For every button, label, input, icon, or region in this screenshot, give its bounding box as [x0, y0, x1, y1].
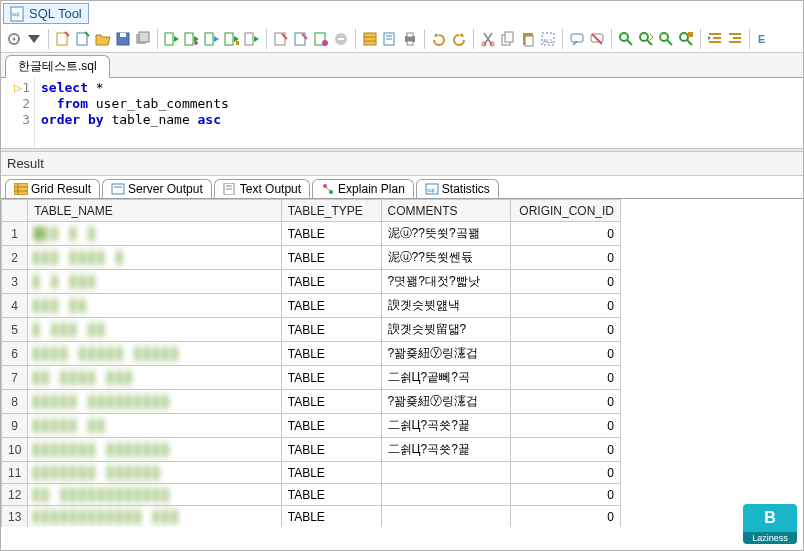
- select-all-icon[interactable]: ALL: [539, 30, 557, 48]
- table-row[interactable]: 5▌ ▌▌▌ ▌▌TABLE諛곗슷뷧留댋?0: [2, 318, 621, 342]
- edit-sql-icon[interactable]: [292, 30, 310, 48]
- cell-table-name[interactable]: ▌▌▌ ▌▌▌▌ ▌: [28, 246, 281, 270]
- indent-icon[interactable]: [706, 30, 724, 48]
- cell-table-type[interactable]: TABLE: [281, 484, 381, 506]
- sql-editor[interactable]: 1 2 3 select * from user_tab_comments or…: [1, 78, 803, 148]
- cell-table-type[interactable]: TABLE: [281, 414, 381, 438]
- file-tab[interactable]: 한글테스트.sql: [5, 55, 110, 78]
- column-header[interactable]: TABLE_NAME: [28, 200, 281, 222]
- cell-comments[interactable]: 諛곗슷뷧留댋?: [381, 318, 510, 342]
- cell-comments[interactable]: 諛곗슷뷧얦낵: [381, 294, 510, 318]
- cell-origin[interactable]: 0: [511, 222, 621, 246]
- cell-origin[interactable]: 0: [511, 246, 621, 270]
- table-row[interactable]: 6▌▌▌▌ ▌▌▌▌▌ ▌▌▌▌▌TABLE?꽒죶紐ⓨ링瀗겁0: [2, 342, 621, 366]
- tab-text-output[interactable]: Text Output: [214, 179, 310, 198]
- cell-comments[interactable]: 泥ⓤ??뜻쐿쎈듃: [381, 246, 510, 270]
- cell-comments[interactable]: 泥ⓤ??뜻쐿?곸꽮: [381, 222, 510, 246]
- comment-icon[interactable]: [568, 30, 586, 48]
- column-header[interactable]: TABLE_TYPE: [281, 200, 381, 222]
- tab-server-output[interactable]: Server Output: [102, 179, 212, 198]
- run-to-cursor-icon[interactable]: [203, 30, 221, 48]
- uncomment-icon[interactable]: [588, 30, 606, 48]
- table-row[interactable]: 13▌▌▌▌▌▌▌▌▌▌▌▌ ▌▌▌TABLE0: [2, 506, 621, 528]
- cell-comments[interactable]: 二쇩Ц?곹뻬?곡: [381, 366, 510, 390]
- cell-table-name[interactable]: ▌▌ ▌▌▌▌▌▌▌▌▌▌▌▌: [28, 484, 281, 506]
- print-icon[interactable]: [401, 30, 419, 48]
- query-builder-icon[interactable]: [312, 30, 330, 48]
- cell-table-name[interactable]: ▌▌▌▌▌▌▌▌▌▌▌▌ ▌▌▌: [28, 506, 281, 528]
- cell-origin[interactable]: 0: [511, 390, 621, 414]
- cell-table-type[interactable]: TABLE: [281, 342, 381, 366]
- table-row[interactable]: 11▌▌▌▌▌▌▌ ▌▌▌▌▌▌TABLE0: [2, 462, 621, 484]
- open-file-icon[interactable]: [94, 30, 112, 48]
- dropdown-icon[interactable]: [25, 30, 43, 48]
- find-next-icon[interactable]: [637, 30, 655, 48]
- cell-table-type[interactable]: TABLE: [281, 462, 381, 484]
- cell-table-type[interactable]: TABLE: [281, 222, 381, 246]
- cell-comments[interactable]: 二쇩Ц?곡쑛?꾩: [381, 414, 510, 438]
- new-file-icon[interactable]: [74, 30, 92, 48]
- column-header[interactable]: ORIGIN_CON_ID: [511, 200, 621, 222]
- cell-comments[interactable]: [381, 462, 510, 484]
- cell-table-type[interactable]: TABLE: [281, 390, 381, 414]
- editor-code[interactable]: select * from user_tab_comments order by…: [35, 78, 235, 148]
- save-icon[interactable]: [114, 30, 132, 48]
- cell-table-type[interactable]: TABLE: [281, 506, 381, 528]
- cell-table-name[interactable]: ▌▌▌▌▌▌▌ ▌▌▌▌▌▌: [28, 462, 281, 484]
- cell-table-name[interactable]: ▌▌▌▌ ▌▌▌▌▌ ▌▌▌▌▌: [28, 342, 281, 366]
- cell-origin[interactable]: 0: [511, 462, 621, 484]
- table-row[interactable]: 7▌▌ ▌▌▌▌ ▌▌▌TABLE二쇩Ц?곹뻬?곡0: [2, 366, 621, 390]
- outdent-icon[interactable]: [726, 30, 744, 48]
- result-grid-wrap[interactable]: TABLE_NAME TABLE_TYPE COMMENTS ORIGIN_CO…: [1, 199, 803, 527]
- cell-table-type[interactable]: TABLE: [281, 270, 381, 294]
- gear-icon[interactable]: [5, 30, 23, 48]
- stop-icon[interactable]: [332, 30, 350, 48]
- cell-comments[interactable]: ?몃꽮?대젓?빫낫: [381, 270, 510, 294]
- table-row[interactable]: 12▌▌ ▌▌▌▌▌▌▌▌▌▌▌▌TABLE0: [2, 484, 621, 506]
- run-cursor-icon[interactable]: [223, 30, 241, 48]
- tab-grid-result[interactable]: Grid Result: [5, 179, 100, 198]
- cell-comments[interactable]: ?꽒죶紐ⓨ링瀗겁: [381, 390, 510, 414]
- find-icon[interactable]: [617, 30, 635, 48]
- cell-origin[interactable]: 0: [511, 318, 621, 342]
- cell-origin[interactable]: 0: [511, 438, 621, 462]
- run-script-icon[interactable]: [243, 30, 261, 48]
- table-row[interactable]: 3▌ ▌ ▌▌▌TABLE?몃꽮?대젓?빫낫0: [2, 270, 621, 294]
- new-sql-icon[interactable]: [54, 30, 72, 48]
- column-header[interactable]: COMMENTS: [381, 200, 510, 222]
- cell-origin[interactable]: 0: [511, 366, 621, 390]
- cell-origin[interactable]: 0: [511, 294, 621, 318]
- table-row[interactable]: 8▌▌▌▌▌ ▌▌▌▌▌▌▌▌▌TABLE?꽒죶紐ⓨ링瀗겁0: [2, 390, 621, 414]
- table-row[interactable]: 10▌▌▌▌▌▌▌ ▌▌▌▌▌▌▌TABLE二쇩Ц?곡쑛?꾩0: [2, 438, 621, 462]
- save-all-icon[interactable]: [134, 30, 152, 48]
- cell-table-type[interactable]: TABLE: [281, 318, 381, 342]
- cell-table-name[interactable]: ▌▌▌▌▌ ▌▌▌▌▌▌▌▌▌: [28, 390, 281, 414]
- cell-comments[interactable]: [381, 484, 510, 506]
- table-row[interactable]: 1█▌▌ ▌ ▌TABLE泥ⓤ??뜻쐿?곸꽮0: [2, 222, 621, 246]
- cell-table-name[interactable]: ▌▌▌ ▌▌: [28, 294, 281, 318]
- cell-origin[interactable]: 0: [511, 270, 621, 294]
- cell-table-name[interactable]: █▌▌ ▌ ▌: [28, 222, 281, 246]
- cut-icon[interactable]: [479, 30, 497, 48]
- cell-table-name[interactable]: ▌▌▌▌▌ ▌▌: [28, 414, 281, 438]
- run-statement-icon[interactable]: [163, 30, 181, 48]
- cell-comments[interactable]: 二쇩Ц?곡쑛?꾩: [381, 438, 510, 462]
- cell-origin[interactable]: 0: [511, 414, 621, 438]
- cell-table-type[interactable]: TABLE: [281, 294, 381, 318]
- text-view-icon[interactable]: [381, 30, 399, 48]
- cell-comments[interactable]: [381, 506, 510, 528]
- grid-view-icon[interactable]: [361, 30, 379, 48]
- edit-icon[interactable]: [272, 30, 290, 48]
- uppercase-icon[interactable]: E: [755, 30, 773, 48]
- cell-origin[interactable]: 0: [511, 506, 621, 528]
- cell-table-type[interactable]: TABLE: [281, 438, 381, 462]
- redo-icon[interactable]: [450, 30, 468, 48]
- cell-table-type[interactable]: TABLE: [281, 246, 381, 270]
- undo-icon[interactable]: [430, 30, 448, 48]
- cell-table-name[interactable]: ▌ ▌ ▌▌▌: [28, 270, 281, 294]
- tab-explain-plan[interactable]: Explain Plan: [312, 179, 414, 198]
- cell-origin[interactable]: 0: [511, 484, 621, 506]
- cell-table-name[interactable]: ▌▌▌▌▌▌▌ ▌▌▌▌▌▌▌: [28, 438, 281, 462]
- cell-comments[interactable]: ?꽒죶紐ⓨ링瀗겁: [381, 342, 510, 366]
- replace-icon[interactable]: [677, 30, 695, 48]
